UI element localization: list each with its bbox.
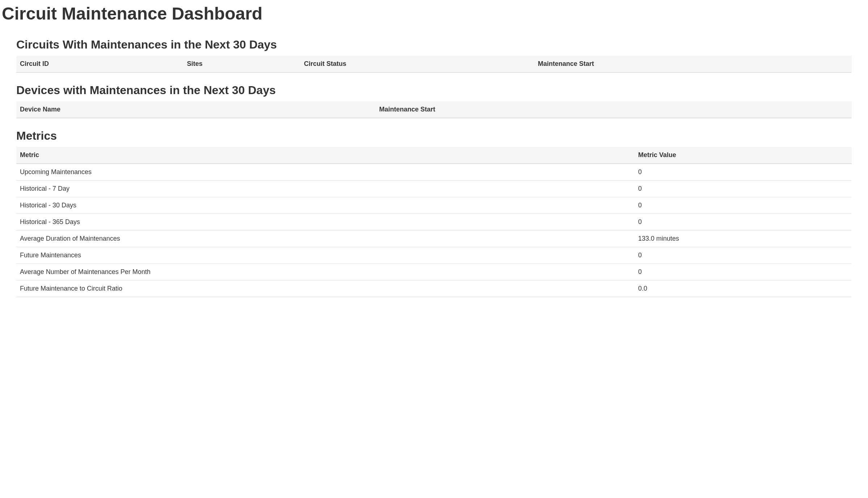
- col-metric-value: Metric Value: [635, 147, 852, 164]
- metric-value: 0: [635, 197, 852, 214]
- col-maintenance-start: Maintenance Start: [375, 101, 852, 118]
- col-maintenance-start: Maintenance Start: [534, 56, 852, 72]
- metric-name: Future Maintenance to Circuit Ratio: [16, 280, 635, 297]
- metric-value: 133.0 minutes: [635, 231, 852, 247]
- col-sites: Sites: [184, 56, 300, 72]
- metric-name: Future Maintenances: [16, 247, 635, 264]
- devices-table: Device Name Maintenance Start: [16, 101, 852, 118]
- table-header-row: Metric Metric Value: [16, 147, 852, 164]
- metric-value: 0: [635, 264, 852, 280]
- metrics-heading: Metrics: [16, 129, 852, 143]
- table-row: Future Maintenances0: [16, 247, 852, 264]
- table-row: Historical - 30 Days0: [16, 197, 852, 214]
- metric-value: 0: [635, 164, 852, 181]
- metric-value: 0: [635, 181, 852, 197]
- table-row: Average Number of Maintenances Per Month…: [16, 264, 852, 280]
- table-row: Historical - 7 Day0: [16, 181, 852, 197]
- table-header-row: Device Name Maintenance Start: [16, 101, 852, 118]
- col-device-name: Device Name: [16, 101, 375, 118]
- metric-value: 0: [635, 214, 852, 231]
- metric-value: 0: [635, 247, 852, 264]
- metric-name: Historical - 7 Day: [16, 181, 635, 197]
- metrics-table: Metric Metric Value Upcoming Maintenance…: [16, 147, 852, 297]
- circuits-heading: Circuits With Maintenances in the Next 3…: [16, 38, 852, 51]
- table-row: Average Duration of Maintenances133.0 mi…: [16, 231, 852, 247]
- metric-name: Average Duration of Maintenances: [16, 231, 635, 247]
- dashboard-content: Circuits With Maintenances in the Next 3…: [2, 38, 866, 297]
- table-row: Historical - 365 Days0: [16, 214, 852, 231]
- col-circuit-id: Circuit ID: [16, 56, 184, 72]
- page-title: Circuit Maintenance Dashboard: [2, 4, 866, 24]
- metric-name: Historical - 30 Days: [16, 197, 635, 214]
- col-circuit-status: Circuit Status: [300, 56, 534, 72]
- metric-name: Average Number of Maintenances Per Month: [16, 264, 635, 280]
- circuits-table: Circuit ID Sites Circuit Status Maintena…: [16, 56, 852, 73]
- table-header-row: Circuit ID Sites Circuit Status Maintena…: [16, 56, 852, 72]
- table-row: Upcoming Maintenances0: [16, 164, 852, 181]
- metric-value: 0.0: [635, 280, 852, 297]
- metric-name: Historical - 365 Days: [16, 214, 635, 231]
- metric-name: Upcoming Maintenances: [16, 164, 635, 181]
- devices-heading: Devices with Maintenances in the Next 30…: [16, 84, 852, 97]
- col-metric: Metric: [16, 147, 635, 164]
- table-row: Future Maintenance to Circuit Ratio0.0: [16, 280, 852, 297]
